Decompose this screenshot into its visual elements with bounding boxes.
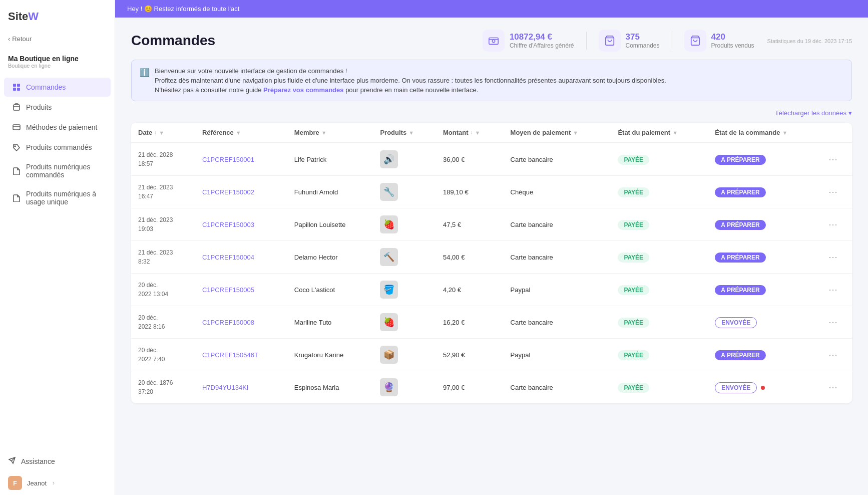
reference-link[interactable]: C1PCREF150008 [202, 319, 254, 326]
nav-label-produits: Produits [26, 103, 52, 111]
svg-rect-4 [14, 105, 20, 110]
sort-date-icon[interactable]: ↕ [154, 130, 157, 135]
more-actions-button[interactable]: ··· [828, 285, 837, 295]
commande-status-badge: ENVOYÉE [715, 317, 757, 328]
more-actions-button[interactable]: ··· [828, 382, 837, 393]
sort-montant-icon[interactable]: ↕ [471, 130, 473, 135]
cell-reference: C1PCREF150001 [195, 143, 287, 176]
cell-more: ··· [821, 339, 852, 371]
cell-produit: 🔧 [373, 176, 436, 208]
info-line3-pre: N'hésitez pas à consulter notre guide [155, 86, 263, 94]
stat-chiffre-affaires: 10872,94 € Chiffre d'Affaires généré [483, 30, 574, 52]
svg-point-6 [15, 146, 16, 147]
alert-dot [761, 386, 765, 390]
assistance-item[interactable]: Assistance [0, 451, 115, 471]
cell-date: 21 déc. 202818:57 [131, 143, 195, 176]
cell-date: 21 déc. 202316:47 [131, 176, 195, 208]
sidebar-item-produits[interactable]: Produits [4, 98, 111, 117]
cell-etat-commande: A PRÉPARER [708, 339, 821, 371]
reference-link[interactable]: C1PCREF150005 [202, 286, 254, 294]
more-actions-button[interactable]: ··· [828, 350, 837, 360]
reference-link[interactable]: C1PCREF150003 [202, 221, 254, 228]
table-row: 20 déc.2022 13:04 C1PCREF150005 Coco L'a… [131, 274, 852, 306]
nav-label-paiements: Méthodes de paiement [26, 123, 97, 131]
product-thumbnail: 🔮 [380, 378, 398, 396]
reference-link[interactable]: C1PCREF150002 [202, 188, 254, 196]
table-toolbar: Télécharger les données ▾ [131, 109, 852, 117]
col-produits: Produits ▼ [373, 123, 436, 143]
sidebar-item-produits-numeriques[interactable]: Produits numériques commandés [4, 158, 111, 184]
cell-paiement: Paypal [504, 274, 611, 306]
more-actions-button[interactable]: ··· [828, 252, 837, 263]
filter-produits-icon[interactable]: ▼ [408, 130, 414, 136]
stat-label-produits: Produits vendus [711, 42, 754, 49]
cell-etat-paiement: PAYÉE [611, 274, 708, 306]
cell-paiement: Carte bancaire [504, 306, 611, 339]
avatar: F [8, 476, 22, 490]
cash-icon [483, 30, 505, 52]
sidebar-item-paiements[interactable]: Méthodes de paiement [4, 118, 111, 137]
back-button[interactable]: ‹ Retour [0, 31, 115, 51]
svg-rect-1 [17, 84, 20, 87]
info-guide-link[interactable]: Préparez vos commandes [263, 86, 343, 94]
filter-montant-icon[interactable]: ▼ [475, 130, 481, 136]
nav-label-produits-commandes: Produits commandés [26, 143, 92, 151]
box-icon [12, 103, 21, 112]
col-membre: Membre ▼ [287, 123, 373, 143]
orders-table: Date ↕ ▼ Référence ▼ Membre [131, 123, 852, 403]
cell-montant: 52,90 € [436, 339, 504, 371]
commande-status-badge: A PRÉPARER [715, 285, 765, 295]
more-actions-button[interactable]: ··· [828, 187, 837, 197]
more-actions-button[interactable]: ··· [828, 154, 837, 165]
table-row: 21 déc. 20238:32 C1PCREF150004 Delamo He… [131, 241, 852, 274]
reference-link[interactable]: C1PCREF150546T [202, 351, 258, 359]
cell-date: 21 déc. 202319:03 [131, 208, 195, 241]
commande-status-badge: A PRÉPARER [715, 350, 765, 360]
more-actions-button[interactable]: ··· [828, 317, 837, 328]
cell-reference: C1PCREF150008 [195, 306, 287, 339]
col-montant: Montant ↕ ▼ [436, 123, 504, 143]
reference-link[interactable]: C1PCREF150004 [202, 254, 254, 261]
sidebar-item-produits-commandes[interactable]: Produits commandés [4, 138, 111, 157]
svg-rect-7 [489, 38, 498, 45]
commande-status-badge: ENVOYÉE [715, 382, 757, 393]
user-menu[interactable]: F Jeanot › [0, 471, 115, 495]
info-icon: ℹ️ [140, 68, 150, 94]
stat-label-commandes: Commandes [626, 42, 660, 49]
reference-link[interactable]: C1PCREF150001 [202, 156, 254, 163]
filter-etat-commande-icon[interactable]: ▼ [782, 130, 787, 136]
filter-etat-paiement-icon[interactable]: ▼ [672, 130, 678, 136]
commande-status-badge: A PRÉPARER [715, 253, 765, 263]
card-icon [12, 123, 21, 132]
more-actions-button[interactable]: ··· [828, 219, 837, 230]
cell-membre: Papillon Louisette [287, 208, 373, 241]
table-row: 20 déc.2022 8:16 C1PCREF150008 Mariline … [131, 306, 852, 339]
sidebar-item-commandes[interactable]: Commandes [4, 78, 111, 97]
reference-link[interactable]: H7D94YU134KI [202, 384, 249, 391]
paid-badge: PAYÉE [618, 350, 649, 360]
cell-produit: 🪣 [373, 274, 436, 306]
cell-paiement: Carte bancaire [504, 143, 611, 176]
download-button[interactable]: Télécharger les données ▾ [775, 109, 852, 117]
info-line1: Bienvenue sur votre nouvelle interface d… [155, 67, 666, 75]
cell-more: ··· [821, 241, 852, 274]
sidebar-item-produits-numeriques-unique[interactable]: Produits numériques à usage unique [4, 185, 111, 211]
paid-badge: PAYÉE [618, 253, 649, 263]
cell-etat-paiement: PAYÉE [611, 306, 708, 339]
paid-badge: PAYÉE [618, 285, 649, 295]
paid-badge: PAYÉE [618, 318, 649, 328]
product-thumbnail: 🪣 [380, 281, 398, 299]
cell-reference: H7D94YU134KI [195, 371, 287, 404]
cell-more: ··· [821, 208, 852, 241]
top-banner: Hey ! 😊 Restez informés de toute l'act [115, 0, 868, 18]
info-banner: ℹ️ Bienvenue sur votre nouvelle interfac… [131, 60, 852, 101]
stat-value-commandes: 375 [626, 32, 660, 42]
svg-rect-5 [13, 125, 20, 130]
filter-membre-icon[interactable]: ▼ [321, 130, 327, 136]
cell-membre: Krugatoru Karine [287, 339, 373, 371]
filter-moyen-paiement-icon[interactable]: ▼ [573, 130, 578, 136]
cell-etat-commande: ENVOYÉE [708, 371, 821, 404]
col-etat-paiement: État du paiement ▼ [611, 123, 708, 143]
filter-ref-icon[interactable]: ▼ [236, 130, 241, 136]
filter-date-icon[interactable]: ▼ [159, 130, 164, 136]
